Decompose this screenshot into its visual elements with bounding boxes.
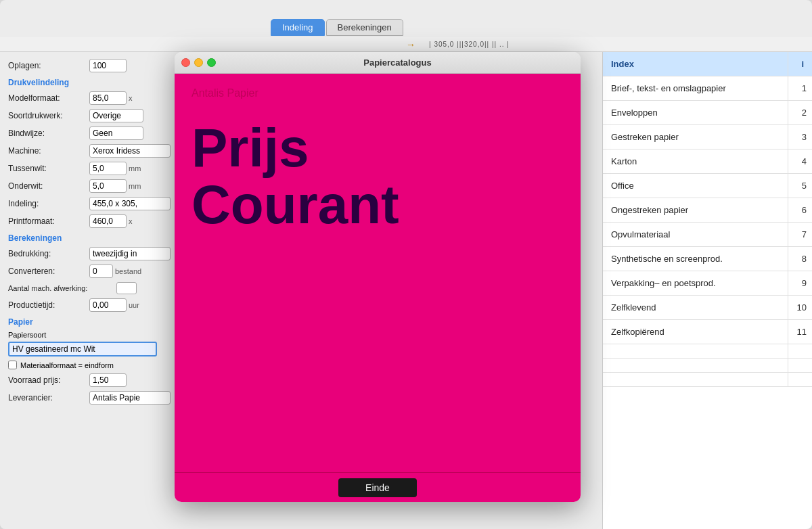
tussenwit-row: Tussenwit: mm — [8, 162, 166, 175]
section-berekeningen: Berekeningen — [8, 233, 166, 243]
indeling-input[interactable] — [89, 197, 171, 210]
onderwit-label: Onderwit: — [8, 181, 89, 191]
aantal-label: Aantal mach. afwerking: — [8, 284, 116, 292]
indeling-label: Indeling: — [8, 199, 89, 208]
modelformaat-row: Modelformaat: x — [8, 91, 166, 105]
catalog-row[interactable] — [603, 344, 812, 359]
cover-page: Antalis Papier Prijs Courant — [175, 74, 581, 472]
soortdrukwerk-row: Soortdrukwerk: — [8, 109, 166, 122]
catalog-row[interactable] — [603, 373, 812, 387]
productietijd-input[interactable] — [89, 298, 127, 312]
soortdrukwerk-input[interactable] — [89, 109, 143, 122]
main-window: Indeling Berekeningen → | 305,0 |||320,0… — [0, 0, 812, 529]
tussenwit-label: Tussenwit: — [8, 164, 89, 173]
onderwit-unit: mm — [129, 182, 141, 190]
leverancier-input[interactable] — [89, 391, 171, 405]
machine-input[interactable] — [89, 144, 171, 158]
machine-label: Machine: — [8, 146, 89, 156]
materiaalformaat-label: Materiaalformaat = eindform — [20, 361, 114, 369]
bedrukking-label: Bedrukking: — [8, 249, 89, 258]
soortdrukwerk-label: Soortdrukwerk: — [8, 111, 89, 120]
zoom-button[interactable] — [207, 58, 216, 67]
tab-bar: Indeling Berekeningen — [271, 19, 403, 36]
catalog-row[interactable]: Enveloppen2 — [603, 101, 812, 125]
ruler: → | 305,0 |||320,0|| || .. | — [0, 37, 812, 52]
papiersoort-input[interactable] — [8, 342, 157, 356]
close-button[interactable] — [181, 58, 190, 67]
catalog-row[interactable]: Synthetische en screenprod.8 — [603, 247, 812, 271]
voorraad-input[interactable] — [89, 373, 127, 387]
converteren-row: Converteren: bestand — [8, 264, 166, 278]
converteren-label: Converteren: — [8, 267, 89, 276]
bedrukking-row: Bedrukking: — [8, 247, 166, 260]
modelformaat-x: x — [129, 94, 133, 102]
catalog-row[interactable]: Ongestreken papier6 — [603, 198, 812, 223]
catalog-row[interactable]: Opvulmateriaal7 — [603, 223, 812, 247]
productietijd-label: Productietijd: — [8, 300, 89, 310]
catalog-table: Index i — [603, 52, 812, 76]
catalog-row[interactable]: Zelfklevend10 — [603, 296, 812, 320]
cover-title: Prijs Courant — [191, 120, 564, 233]
oplagen-row: Oplagen: — [8, 59, 166, 72]
papiersoort-header: Papiersoort — [8, 331, 166, 339]
printformaat-input[interactable] — [89, 214, 127, 228]
materiaalformaat-checkbox[interactable] — [8, 361, 17, 369]
bindwijze-input[interactable] — [89, 127, 143, 140]
modelformaat-label: Modelformaat: — [8, 93, 89, 103]
modelformaat-input[interactable] — [89, 91, 127, 105]
cover-publisher: Antalis Papier — [191, 87, 564, 99]
productietijd-unit: uur — [129, 301, 139, 309]
bedrukking-input[interactable] — [89, 247, 171, 260]
bindwijze-row: Bindwijze: — [8, 127, 166, 140]
tab-indeling[interactable]: Indeling — [271, 19, 325, 36]
tussenwit-unit: mm — [129, 164, 141, 172]
voorraad-row: Voorraad prijs: — [8, 373, 166, 387]
oplagen-label: Oplagen: — [8, 61, 89, 70]
catalog-row[interactable] — [603, 359, 812, 373]
einde-button[interactable]: Einde — [338, 478, 417, 497]
productietijd-row: Productietijd: uur — [8, 298, 166, 312]
catalog-row[interactable]: Brief-, tekst- en omslagpapier1 — [603, 76, 812, 101]
left-panel: Oplagen: Drukvelindeling Modelformaat: x… — [0, 52, 175, 529]
leverancier-row: Leverancier: — [8, 391, 166, 405]
aantal-input[interactable] — [116, 282, 137, 294]
dialog-title: Papiercatalogus — [221, 58, 574, 68]
catalog-header-num: i — [788, 52, 812, 76]
catalog-items-container: Brief-, tekst- en omslagpapier1Enveloppe… — [603, 76, 812, 387]
tussenwit-input[interactable] — [89, 162, 127, 175]
converteren-input[interactable] — [89, 264, 113, 278]
papiercatalogus-dialog: Papiercatalogus Antalis Papier Prijs Cou… — [175, 52, 581, 502]
bindwijze-label: Bindwijze: — [8, 129, 89, 138]
indeling-row: Indeling: — [8, 197, 166, 210]
printformaat-row: Printformaat: x — [8, 214, 166, 228]
printformaat-label: Printformaat: — [8, 216, 89, 226]
catalog-row[interactable]: Zelfkopiërend11 — [603, 320, 812, 344]
minimize-button[interactable] — [194, 58, 203, 67]
machine-row: Machine: — [8, 144, 166, 158]
catalog-row[interactable]: Gestreken papier3 — [603, 125, 812, 150]
catalog-row[interactable]: Verpakking– en poetsprod.9 — [603, 271, 812, 296]
catalog-header-row: Index i — [603, 52, 812, 76]
section-drukvelindeling: Drukvelindeling — [8, 78, 166, 87]
catalog-row[interactable]: Karton4 — [603, 150, 812, 174]
onderwit-row: Onderwit: mm — [8, 179, 166, 193]
onderwit-input[interactable] — [89, 179, 127, 193]
catalog-row[interactable]: Office5 — [603, 174, 812, 198]
tab-berekeningen[interactable]: Berekeningen — [326, 19, 403, 36]
traffic-lights — [181, 58, 216, 67]
dialog-footer: Einde — [175, 472, 581, 502]
ruler-arrow: → — [406, 39, 415, 50]
ruler-marks: | 305,0 |||320,0|| || .. | — [429, 41, 510, 48]
materiaalformaat-row: Materiaalformaat = eindform — [8, 361, 166, 369]
dialog-titlebar: Papiercatalogus — [175, 52, 581, 74]
catalog-header-label: Index — [603, 52, 788, 76]
converteren-unit: bestand — [115, 267, 141, 275]
oplagen-input[interactable] — [89, 59, 127, 72]
aantal-row: Aantal mach. afwerking: — [8, 282, 166, 294]
printformaat-x: x — [129, 217, 133, 225]
leverancier-label: Leverancier: — [8, 393, 89, 402]
catalog-panel: Index i Brief-, tekst- en omslagpapier1E… — [602, 52, 812, 529]
section-papier: Papier — [8, 317, 166, 327]
voorraad-label: Voorraad prijs: — [8, 375, 89, 385]
